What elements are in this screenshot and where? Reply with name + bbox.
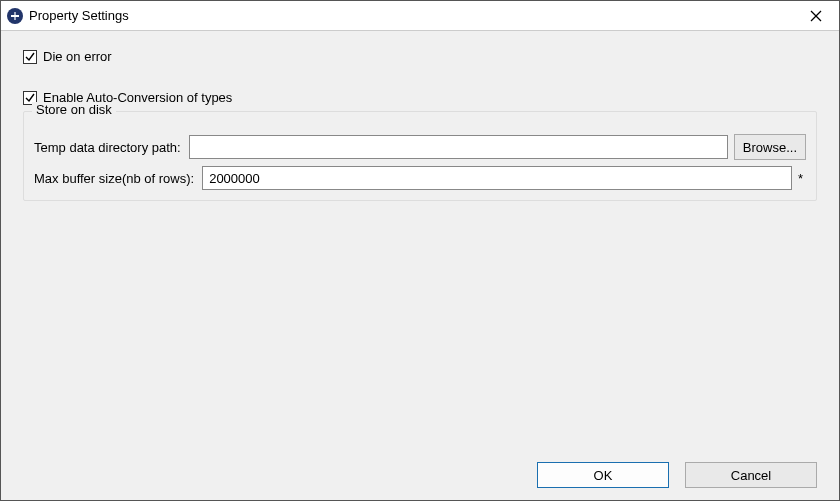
max-buffer-row: Max buffer size(nb of rows): * bbox=[34, 166, 806, 190]
window-title: Property Settings bbox=[29, 8, 793, 23]
store-on-disk-group: Store on disk Temp data directory path: … bbox=[23, 111, 817, 201]
dialog-body: Die on error Enable Auto-Conversion of t… bbox=[1, 31, 839, 450]
svg-rect-1 bbox=[14, 12, 16, 20]
temp-path-row: Temp data directory path: Browse... bbox=[34, 134, 806, 160]
dialog-footer: OK Cancel bbox=[1, 450, 839, 500]
required-mark: * bbox=[798, 171, 806, 186]
property-settings-dialog: Property Settings Die on error Enabl bbox=[0, 0, 840, 501]
die-on-error-row: Die on error bbox=[23, 49, 817, 64]
cancel-button[interactable]: Cancel bbox=[685, 462, 817, 488]
max-buffer-label: Max buffer size(nb of rows): bbox=[34, 171, 202, 186]
die-on-error-label: Die on error bbox=[43, 49, 112, 64]
browse-button[interactable]: Browse... bbox=[734, 134, 806, 160]
close-icon bbox=[810, 10, 822, 22]
enable-autoconv-row: Enable Auto-Conversion of types bbox=[23, 90, 817, 105]
temp-path-input[interactable] bbox=[189, 135, 728, 159]
die-on-error-checkbox[interactable] bbox=[23, 50, 37, 64]
ok-button[interactable]: OK bbox=[537, 462, 669, 488]
close-button[interactable] bbox=[793, 1, 839, 31]
app-icon bbox=[7, 8, 23, 24]
titlebar: Property Settings bbox=[1, 1, 839, 31]
temp-path-label: Temp data directory path: bbox=[34, 140, 189, 155]
check-icon bbox=[24, 51, 36, 63]
max-buffer-input[interactable] bbox=[202, 166, 792, 190]
group-title: Store on disk bbox=[32, 102, 116, 117]
